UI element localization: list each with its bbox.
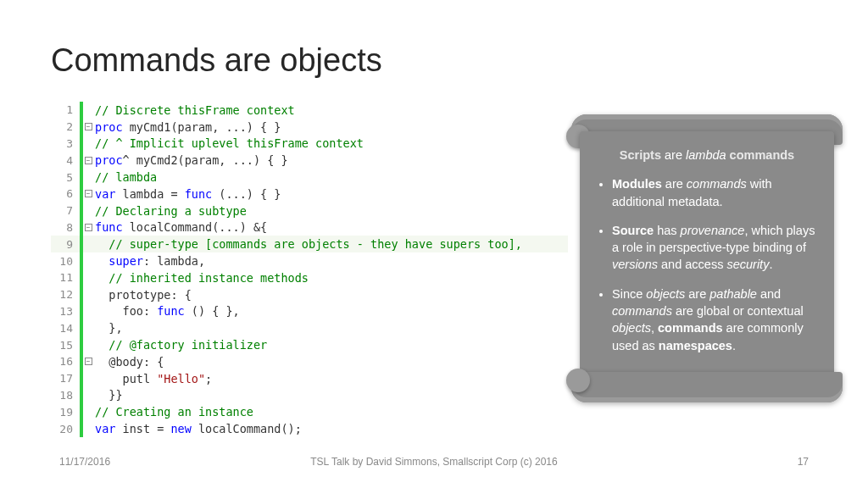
fold-gutter [83, 269, 93, 286]
code-line: 8−func localCommand(...) &{ [51, 219, 568, 236]
callout-bullet: Source has provenance, which plays a rol… [612, 222, 817, 274]
code-block: 1// Discrete thisFrame context2−proc myC… [51, 102, 568, 437]
code-line: 9 // super-type [commands are objects - … [51, 236, 568, 252]
code-text: foo: func () { }, [93, 304, 240, 318]
fold-gutter[interactable]: − [83, 152, 93, 169]
code-line: 7// Declaring a subtype [51, 202, 568, 219]
fold-gutter[interactable]: − [83, 353, 93, 370]
code-text: @body: { [93, 355, 164, 369]
fold-gutter [83, 303, 93, 320]
line-number: 7 [51, 204, 80, 217]
fold-gutter [83, 252, 93, 269]
fold-gutter [83, 236, 93, 252]
code-line: 12 prototype: { [51, 286, 568, 303]
line-number: 17 [51, 372, 80, 385]
fold-gutter[interactable]: − [83, 186, 93, 202]
code-text: // Declaring a subtype [93, 204, 247, 218]
fold-gutter [83, 387, 93, 404]
footer-credits: TSL Talk by David Simmons, Smallscript C… [0, 456, 868, 468]
line-number: 11 [51, 271, 80, 284]
line-number: 9 [51, 238, 80, 251]
code-text: var inst = new localCommand(); [93, 422, 302, 435]
code-text: }, [93, 321, 123, 335]
callout-header-commands: commands [726, 148, 795, 162]
line-number: 8 [51, 221, 80, 234]
line-number: 2 [51, 120, 80, 133]
line-number: 20 [51, 423, 80, 435]
code-text: func localCommand(...) &{ [93, 220, 267, 234]
line-number: 14 [51, 322, 80, 335]
callout-bullets: Modules are commands with additional met… [597, 175, 817, 354]
code-line: 13 foo: func () { }, [51, 303, 568, 320]
fold-gutter[interactable]: − [83, 119, 93, 136]
line-number: 12 [51, 288, 80, 301]
callout-bullet: Modules are commands with additional met… [612, 175, 817, 210]
callout-header-scripts: Scripts [620, 148, 661, 162]
fold-gutter[interactable]: − [83, 219, 93, 236]
line-number: 15 [51, 339, 80, 352]
fold-gutter [83, 370, 93, 387]
code-text: }} [93, 388, 123, 402]
fold-gutter [83, 286, 93, 303]
code-line: 16− @body: { [51, 353, 568, 370]
fold-toggle-icon[interactable]: − [85, 358, 92, 365]
callout-scroll: Scripts are lambda commands Modules are … [571, 114, 843, 402]
code-line: 4−proc^ myCmd2(param, ...) { } [51, 152, 568, 169]
line-number: 3 [51, 137, 80, 150]
fold-toggle-icon[interactable]: − [85, 224, 92, 231]
line-number: 13 [51, 305, 80, 318]
line-number: 18 [51, 389, 80, 402]
code-line: 20var inst = new localCommand(); [51, 420, 568, 437]
code-line: 19// Creating an instance [51, 403, 568, 420]
callout-header-are: are [661, 148, 686, 162]
fold-toggle-icon[interactable]: − [85, 123, 92, 130]
code-line: 5// lambda [51, 169, 568, 186]
fold-gutter [83, 169, 93, 186]
line-number: 19 [51, 406, 80, 419]
line-number: 5 [51, 171, 80, 184]
code-text: super: lambda, [93, 254, 205, 268]
fold-toggle-icon[interactable]: − [85, 190, 92, 197]
code-line: 15 // @factory initializer [51, 336, 568, 353]
line-number: 1 [51, 103, 80, 116]
code-text: var lambda = func (...) { } [93, 187, 281, 201]
fold-gutter [83, 319, 93, 336]
code-line: 18 }} [51, 387, 568, 404]
line-number: 6 [51, 187, 80, 200]
footer: 11/17/2016 TSL Talk by David Simmons, Sm… [0, 456, 868, 473]
fold-toggle-icon[interactable]: − [85, 157, 92, 164]
slide: Commands are objects 1// Discrete thisFr… [0, 0, 868, 488]
code-text: // @factory initializer [93, 338, 267, 352]
code-text: putl "Hello"; [93, 372, 212, 385]
callout-bullet: Since objects are pathable and commands … [612, 286, 817, 354]
code-text: // lambda [93, 170, 157, 184]
callout-header-lambda: lambda [686, 148, 726, 162]
line-number: 10 [51, 255, 80, 268]
code-text: proc^ myCmd2(param, ...) { } [93, 153, 288, 167]
code-text: // super-type [commands are objects - th… [93, 237, 522, 251]
line-number: 16 [51, 355, 80, 368]
code-line: 3// ^ Implicit uplevel thisFrame context [51, 136, 568, 152]
code-line: 2−proc myCmd1(param, ...) { } [51, 119, 568, 136]
code-line: 6−var lambda = func (...) { } [51, 186, 568, 202]
scroll-bottom-decor [571, 372, 843, 402]
code-text: // Discrete thisFrame context [93, 103, 295, 117]
scroll-curl-icon [566, 369, 590, 392]
footer-page-number: 17 [798, 456, 809, 468]
code-text: // Creating an instance [93, 405, 253, 419]
fold-gutter [83, 420, 93, 437]
fold-gutter [83, 202, 93, 219]
fold-gutter [83, 102, 93, 119]
code-text: // inherited instance methods [93, 271, 309, 285]
callout-body: Scripts are lambda commands Modules are … [580, 131, 834, 385]
fold-gutter [83, 336, 93, 353]
code-line: 14 }, [51, 319, 568, 336]
fold-gutter [83, 136, 93, 152]
code-line: 17 putl "Hello"; [51, 370, 568, 387]
callout-header: Scripts are lambda commands [597, 147, 817, 164]
code-text: prototype: { [93, 288, 192, 302]
line-number: 4 [51, 154, 80, 167]
code-line: 10 super: lambda, [51, 252, 568, 269]
code-line: 1// Discrete thisFrame context [51, 102, 568, 119]
slide-title: Commands are objects [51, 42, 382, 79]
